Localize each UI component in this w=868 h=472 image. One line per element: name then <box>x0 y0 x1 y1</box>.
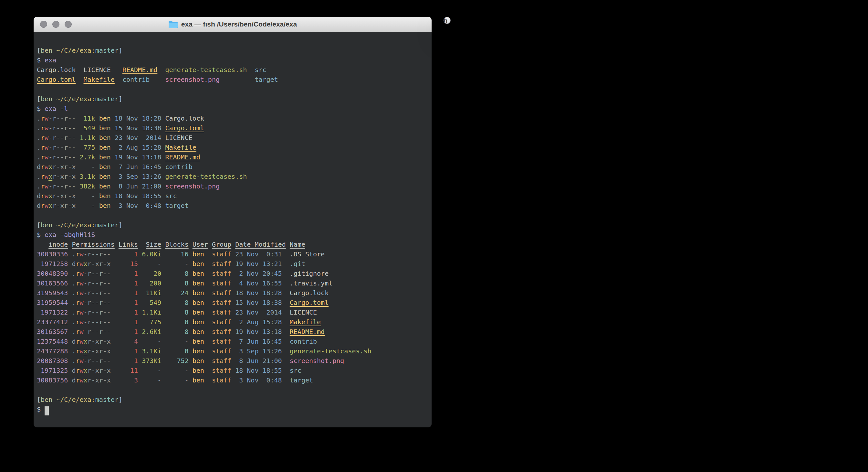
terminal-line: .rw-r--r-- 382k ben 8 Jun 21:00 screensh… <box>37 181 432 191</box>
terminal-window-left: exa — fish /Users/ben/Code/exa/exa [ben … <box>34 17 432 427</box>
titlebar-left[interactable]: exa — fish /Users/ben/Code/exa/exa <box>34 17 432 32</box>
terminal-line <box>37 385 432 395</box>
close-button[interactable] <box>450 21 451 24</box>
zoom-button[interactable] <box>65 21 72 28</box>
window-title: exa — fish /Users/ben/Code/exa/exa <box>181 20 297 28</box>
terminal-line: 30163566 .rw-r--r-- 1 200 8 ben staff 4 … <box>37 278 432 288</box>
terminal-line: 20087308 .rw-r--r-- 1 373Ki 752 ben staf… <box>37 356 432 366</box>
terminal-line: [ben ~/C/e/exa:master] <box>37 46 432 55</box>
terminal-line: .rw-r--r-- 775 ben 2 Aug 15:28 Makefile <box>37 143 432 152</box>
terminal-line: $ exa -abghHliS <box>37 230 432 240</box>
terminal-line: $ <box>37 405 432 414</box>
terminal-line: 12375448 drwxr-xr-x 4 - - ben staff 7 Ju… <box>37 336 432 346</box>
terminal-line: 30083756 drwxr-xr-x 3 - - ben staff 3 No… <box>37 375 432 385</box>
terminal-line: .rw-r--r-- 1.1k ben 23 Nov 2014 LICENCE <box>37 133 432 143</box>
terminal-line: .rwxr-xr-x 3.1k ben 3 Sep 13:26 generate… <box>37 172 432 181</box>
terminal-line: 1971258 drwxr-xr-x 15 - - ben staff 19 N… <box>37 259 432 269</box>
title-group: exa — fish /Users/ben/Code/exa/exa <box>443 17 451 24</box>
terminal-line: drwxr-xr-x - ben 18 Nov 18:55 src <box>37 191 432 201</box>
terminal-line: drwxr-xr-x - ben 3 Nov 0:48 target <box>37 201 432 210</box>
minimize-button[interactable] <box>52 21 59 28</box>
terminal-line: 31959543 .rw-r--r-- 1 11Ki 24 ben staff … <box>37 288 432 298</box>
terminal-line: drwxr-xr-x - ben 7 Jun 16:45 contrib <box>37 162 432 172</box>
terminal-line <box>37 210 432 220</box>
close-button[interactable] <box>40 21 47 28</box>
folder-icon <box>168 20 178 28</box>
terminal-line <box>37 84 432 94</box>
traffic-lights <box>450 17 451 24</box>
terminal-line: [ben ~/C/e/exa:master] <box>37 395 432 405</box>
traffic-lights <box>40 17 72 32</box>
terminal-line: Cargo.toml Makefile contrib screenshot.p… <box>37 75 432 84</box>
terminal-line: .rw-r--r-- 11k ben 18 Nov 18:28 Cargo.lo… <box>37 114 432 123</box>
terminal-line: $ exa <box>37 55 432 65</box>
terminal-line <box>37 36 432 46</box>
terminal-line: 30030336 .rw-r--r-- 1 6.0Ki 16 ben staff… <box>37 249 432 259</box>
terminal-line: $ exa -l <box>37 104 432 114</box>
terminal-line: .rw-r--r-- 2.7k ben 19 Nov 13:18 README.… <box>37 152 432 162</box>
terminal-line: 23377412 .rw-r--r-- 1 775 8 ben staff 2 … <box>37 317 432 327</box>
terminal-line: 30163567 .rw-r--r-- 1 2.6Ki 8 ben staff … <box>37 327 432 336</box>
title-group: exa — fish /Users/ben/Code/exa/exa <box>168 20 297 28</box>
terminal-line: 31959544 .rw-r--r-- 1 549 8 ben staff 15… <box>37 298 432 307</box>
terminal-screen-left[interactable]: [ben ~/C/e/exa:master]$ exaCargo.lock LI… <box>34 32 432 414</box>
terminal-line: 30048390 .rw-r--r-- 1 20 8 ben staff 2 N… <box>37 269 432 278</box>
terminal-line: inode Permissions Links Size Blocks User… <box>37 240 432 249</box>
titlebar-right[interactable]: exa — fish /Users/ben/Code/exa/exa <box>444 17 450 24</box>
terminal-window-right: exa — fish /Users/ben/Code/exa/exa [ben … <box>443 17 451 24</box>
terminal-line: [ben ~/C/e/exa:master] <box>37 94 432 104</box>
window-title: exa — fish /Users/ben/Code/exa/exa <box>443 17 451 24</box>
terminal-line: [ben ~/C/e/exa:master] <box>37 220 432 230</box>
terminal-line: 1971325 drwxr-xr-x 11 - - ben staff 18 N… <box>37 366 432 375</box>
terminal-line: Cargo.lock LICENCE README.md generate-te… <box>37 65 432 75</box>
terminal-line: 24377288 .rwxr-xr-x 1 3.1Ki 8 ben staff … <box>37 346 432 356</box>
terminal-line: .rw-r--r-- 549 ben 15 Nov 18:38 Cargo.to… <box>37 123 432 133</box>
terminal-line: 1971322 .rw-r--r-- 1 1.1Ki 8 ben staff 2… <box>37 307 432 317</box>
